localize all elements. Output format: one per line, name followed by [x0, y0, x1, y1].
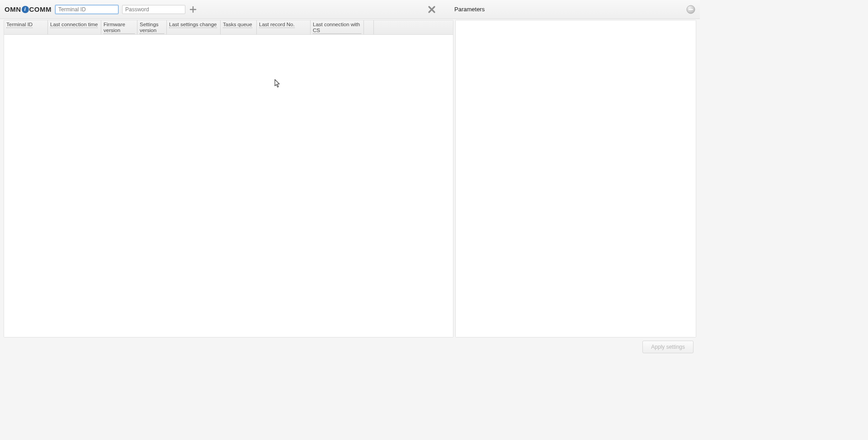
column-header-0[interactable]: Terminal ID [4, 20, 48, 34]
column-header-9 [374, 20, 448, 34]
table-body [4, 35, 453, 337]
footer-bar: Apply settings [0, 338, 700, 355]
parameters-body [456, 20, 696, 337]
column-header-1[interactable]: Last connection time [48, 20, 101, 34]
column-header-3[interactable]: Settings version [137, 20, 167, 34]
password-input[interactable] [122, 5, 185, 14]
column-header-label: Last connection time [50, 22, 98, 28]
minus-circle-icon [686, 5, 695, 14]
close-icon [428, 5, 436, 14]
brand-text-1: OMN [5, 5, 21, 13]
brand-info-icon: i [22, 6, 29, 13]
column-header-2[interactable]: Firmware version [101, 20, 137, 34]
apply-settings-button[interactable]: Apply settings [642, 341, 693, 353]
parameters-panel [455, 20, 696, 337]
collapse-button[interactable] [686, 5, 695, 14]
column-header-8 [364, 20, 374, 34]
close-button[interactable] [426, 4, 437, 15]
column-header-6[interactable]: Last record No. [257, 20, 311, 34]
brand-logo: OMN i COMM [5, 5, 52, 13]
column-header-label: Terminal ID [6, 22, 33, 28]
terminals-table: Terminal IDLast connection timeFirmware … [4, 20, 453, 337]
column-header-5[interactable]: Tasks queue [221, 20, 257, 34]
svg-rect-1 [689, 9, 693, 10]
column-header-label: Last connection with CS [313, 22, 361, 34]
parameters-title: Parameters [454, 6, 683, 13]
table-header-row: Terminal IDLast connection timeFirmware … [4, 20, 453, 35]
top-toolbar: OMN i COMM Parameters [0, 0, 700, 19]
column-header-label: Last settings change [169, 22, 217, 28]
column-header-label: Tasks queue [223, 22, 252, 28]
main-area: Terminal IDLast connection timeFirmware … [0, 19, 700, 338]
brand-text-2: COMM [29, 5, 52, 13]
column-header-7[interactable]: Last connection with CS [311, 20, 364, 34]
column-header-label: Last record No. [259, 22, 295, 28]
add-terminal-button[interactable] [189, 5, 197, 14]
column-header-label: Firmware version [104, 22, 135, 34]
column-header-label: Settings version [140, 22, 164, 34]
column-header-4[interactable]: Last settings change [167, 20, 221, 34]
plus-icon [189, 6, 197, 13]
terminal-id-input[interactable] [55, 5, 118, 14]
